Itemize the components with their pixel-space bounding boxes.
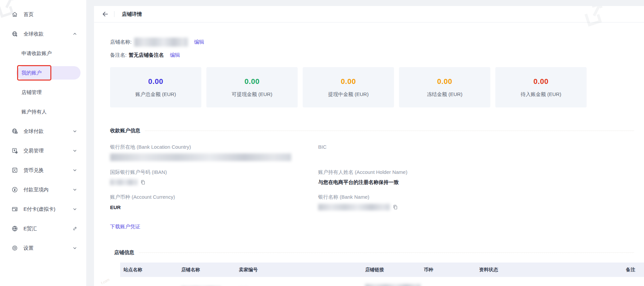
chevron-down-icon <box>73 207 77 211</box>
stat-value: 0.00 <box>341 77 356 86</box>
page-title: 店铺详情 <box>122 11 142 17</box>
sidebar-item-settings[interactable]: 设置 <box>0 238 86 258</box>
col-remark: 备注 <box>623 267 644 273</box>
store-name-redacted <box>134 38 188 47</box>
account-currency-value: EUR <box>110 203 318 211</box>
account-fields: 银行所在地 (Bank Location Country) BIC 国际银行账户… <box>110 144 634 211</box>
field-bic: BIC <box>318 144 634 161</box>
stat-withdrawable: 0.00 可提现金额 (EUR) <box>206 67 298 107</box>
col-site-name: 站点名称 <box>120 267 178 273</box>
stat-withdrawing: 0.00 提现中金额 (EUR) <box>303 67 394 107</box>
sidebar-item-currency-exchange[interactable]: 货币兑换 <box>0 160 86 180</box>
account-info-section-title: 收款账户信息 <box>110 128 634 134</box>
home-icon <box>11 11 18 18</box>
iban-redacted <box>110 179 138 185</box>
stat-frozen: 0.00 冻结金额 (EUR) <box>399 67 490 107</box>
stat-value: 0.00 <box>534 77 549 86</box>
store-note-row: 备注名: 暂无店铺备注名 编辑 <box>110 50 634 60</box>
sidebar-item-shop-management[interactable]: 店铺管理 <box>0 83 86 102</box>
sidebar-item-e-card[interactable]: E付卡(虚拟卡) <box>0 199 86 219</box>
header-divider <box>114 11 114 17</box>
dotted-rule <box>139 252 634 253</box>
download-voucher-link[interactable]: 下载账户凭证 <box>110 224 140 230</box>
field-iban: 国际银行账户号码 (IBAN) <box>110 169 318 186</box>
stat-value: 0.00 <box>437 77 452 86</box>
field-bank-name: 银行名称 (Bank Name) <box>318 194 634 211</box>
shop-link-redacted <box>365 284 421 286</box>
chevron-up-icon <box>73 32 77 36</box>
stat-label: 可提现金额 (EUR) <box>232 91 273 98</box>
field-holder-name: 账户持有人姓名 (Account Holder Name) 与您在电商平台的注册… <box>318 169 634 186</box>
globe-icon <box>11 225 18 232</box>
store-detail-panel: 店铺详情 店铺名称: 编辑 备注名: 暂无店铺备注名 编辑 0.00 账户总金额… <box>94 6 644 286</box>
col-shop-link: 店铺链接 <box>362 267 420 273</box>
globe-pay-icon <box>11 128 18 135</box>
sidebar-item-home[interactable]: 首页 <box>0 5 86 24</box>
cell-shop-link <box>362 284 420 286</box>
stat-total-balance: 0.00 账户总金额 (EUR) <box>110 67 201 107</box>
sidebar-item-transaction-management[interactable]: 交易管理 <box>0 141 86 160</box>
currency-exchange-icon <box>11 167 18 174</box>
sidebar-item-pay-domestic[interactable]: 付款至境内 <box>0 180 86 199</box>
sidebar-item-account-holder[interactable]: 账户持有人 <box>0 102 86 122</box>
shop-table: 站点名称 店铺名称 卖家编号 店铺链接 币种 资料状态 备注 LEBONCOIN… <box>120 263 644 286</box>
field-bank-location: 银行所在地 (Bank Location Country) <box>110 144 318 161</box>
col-shop-name: 店铺名称 <box>178 267 236 273</box>
stat-value: 0.00 <box>148 77 163 86</box>
bank-name-redacted <box>318 204 390 210</box>
sidebar-item-my-account[interactable]: 我的账户 <box>0 63 86 83</box>
store-note-value: 暂无店铺备注名 <box>129 52 164 58</box>
field-account-currency: 账户币种 (Account Currency) EUR <box>110 194 318 211</box>
stat-label: 提现中金额 (EUR) <box>328 91 369 98</box>
chevron-down-icon <box>73 188 77 192</box>
shop-info-section-title: 店铺信息 <box>110 249 634 256</box>
chevron-down-icon <box>73 168 77 172</box>
globe-receive-icon <box>11 31 18 37</box>
yen-circle-icon <box>11 186 18 193</box>
gear-icon <box>11 245 18 251</box>
holder-name-value: 与您在电商平台的注册名称保持一致 <box>318 179 634 186</box>
sidebar-item-global-pay[interactable]: 全球付款 <box>0 122 86 141</box>
sidebar-item-apply-account[interactable]: 申请收款账户 <box>0 44 86 63</box>
sidebar-item-e-trade[interactable]: E贸汇 <box>0 219 86 238</box>
sidebar: 首页 全球收款 申请收款账户 我的账户 店铺管理 账户持有人 <box>0 0 86 286</box>
chevron-down-icon <box>73 246 77 250</box>
col-status: 资料状态 <box>476 267 623 273</box>
chevron-down-icon <box>73 129 77 133</box>
copy-icon[interactable] <box>393 204 398 210</box>
store-name-row: 店铺名称: 编辑 <box>110 37 634 47</box>
dotted-rule <box>145 131 634 131</box>
card-gear-icon <box>11 147 18 154</box>
stat-label: 账户总金额 (EUR) <box>136 91 176 98</box>
stat-label: 冻结金额 (EUR) <box>427 91 462 98</box>
credit-card-icon <box>11 206 18 212</box>
col-seller-id: 卖家编号 <box>236 267 362 273</box>
page-header: 店铺详情 <box>94 6 644 22</box>
chevron-down-icon <box>73 149 77 153</box>
col-currency: 币种 <box>420 267 476 273</box>
balance-stats: 0.00 账户总金额 (EUR) 0.00 可提现金额 (EUR) 0.00 提… <box>110 67 591 107</box>
store-name-edit-link[interactable]: 编辑 <box>194 39 204 45</box>
copy-icon[interactable] <box>140 180 146 185</box>
stat-value: 0.00 <box>245 77 260 86</box>
store-note-label: 备注名: <box>110 52 127 58</box>
back-arrow-icon[interactable] <box>101 10 109 18</box>
sidebar-nav: 首页 全球收款 申请收款账户 我的账户 店铺管理 账户持有人 <box>0 0 86 258</box>
bank-location-redacted <box>110 153 291 161</box>
sidebar-item-global-receive[interactable]: 全球收款 <box>0 24 86 44</box>
shop-table-header: 站点名称 店铺名称 卖家编号 店铺链接 币种 资料状态 备注 <box>120 263 644 277</box>
external-link-icon <box>73 227 77 231</box>
stat-label: 待入账金额 (EUR) <box>521 91 561 98</box>
shop-table-row[interactable]: LEBONCOIN(欧洲站) EUR 审核通过 <box>120 277 644 286</box>
store-note-edit-link[interactable]: 编辑 <box>170 52 180 58</box>
store-name-label: 店铺名称: <box>110 39 132 45</box>
stat-incoming: 0.00 待入账金额 (EUR) <box>495 67 587 107</box>
